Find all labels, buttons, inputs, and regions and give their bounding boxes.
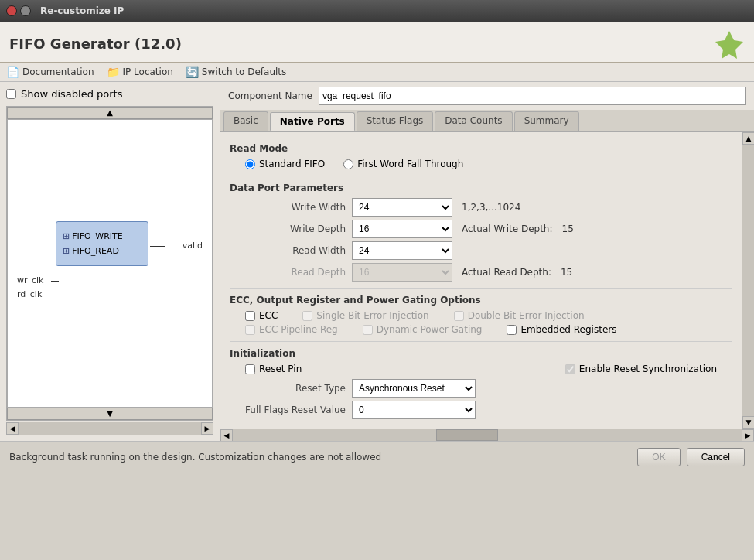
- reset-pin-label: Reset Pin: [259, 364, 302, 374]
- enable-reset-sync-label: Enable Reset Synchronization: [579, 364, 717, 374]
- hscroll-track: [233, 429, 742, 441]
- reset-pin-checkbox-item[interactable]: Reset Pin: [245, 364, 302, 374]
- actual-write-depth-value: 15: [562, 224, 574, 234]
- show-disabled-checkbox[interactable]: [6, 89, 16, 99]
- single-error-checkbox-item[interactable]: Single Bit Error Injection: [302, 310, 428, 321]
- hscroll-right-btn[interactable]: ▶: [742, 429, 754, 442]
- standard-fifo-label: Standard FIFO: [259, 159, 325, 169]
- wr-clk-label: wr_clk: [17, 275, 44, 285]
- reset-type-select[interactable]: Asynchronous Reset: [352, 379, 476, 398]
- fifo-write-item: ⊞ FIFO_WRITE: [63, 231, 142, 241]
- hscroll-bar: ◀ ▶: [220, 429, 754, 441]
- tab-data-counts[interactable]: Data Counts: [435, 111, 512, 131]
- reset-pin-checkbox[interactable]: [245, 364, 255, 374]
- full-flags-select[interactable]: 0: [352, 401, 476, 419]
- fifo-read-label: FIFO_READ: [72, 246, 119, 256]
- window-controls[interactable]: [6, 5, 31, 16]
- first-word-label: First Word Fall Through: [357, 159, 463, 169]
- double-error-checkbox-item[interactable]: Double Bit Error Injection: [454, 310, 585, 321]
- status-buttons: OK Cancel: [637, 448, 745, 466]
- toolbar-switch-label: Switch to Defaults: [202, 67, 286, 77]
- tab-status-flags[interactable]: Status Flags: [357, 111, 434, 131]
- toolbar-documentation[interactable]: 📄 Documentation: [6, 66, 94, 78]
- scroll-down-button[interactable]: ▼: [7, 408, 213, 420]
- full-flags-label: Full Flags Reset Value: [245, 405, 346, 415]
- enable-reset-sync-checkbox-item[interactable]: Enable Reset Synchronization: [565, 364, 717, 374]
- vscroll-down-btn[interactable]: ▼: [742, 416, 754, 429]
- write-depth-row: Write Depth 16 Actual Write Depth: 15: [245, 220, 732, 238]
- fifo-read-item: ⊞ FIFO_READ: [63, 246, 142, 256]
- tab-summary[interactable]: Summary: [514, 111, 579, 131]
- ok-button[interactable]: OK: [637, 448, 680, 466]
- read-width-select[interactable]: 24: [352, 241, 452, 260]
- standard-fifo-radio[interactable]: [245, 159, 255, 169]
- status-message: Background task running on the design. C…: [9, 452, 381, 463]
- ecc-row2: ECC Pipeline Reg Dynamic Power Gating Em…: [245, 324, 732, 335]
- toolbar: 📄 Documentation 📁 IP Location 🔄 Switch t…: [0, 63, 754, 82]
- left-hscroll-track: [19, 422, 201, 435]
- fifo-write-label: FIFO_WRITE: [72, 231, 123, 241]
- toolbar-doc-label: Documentation: [22, 67, 94, 77]
- ecc-checkbox[interactable]: [245, 311, 255, 321]
- cancel-button[interactable]: Cancel: [687, 448, 745, 466]
- refresh-icon: 🔄: [186, 66, 199, 78]
- tab-basic[interactable]: Basic: [223, 111, 268, 131]
- ecc-row1: ECC Single Bit Error Injection Double Bi…: [245, 310, 732, 321]
- show-disabled-label[interactable]: Show disabled ports: [21, 88, 122, 100]
- read-depth-row: Read Depth 16 Actual Read Depth: 15: [245, 263, 732, 282]
- title-bar: Re-customize IP: [0, 0, 754, 22]
- data-port-title: Data Port Parameters: [230, 183, 732, 193]
- first-word-option[interactable]: First Word Fall Through: [343, 159, 463, 169]
- scroll-up-button[interactable]: ▲: [7, 107, 213, 119]
- double-error-checkbox: [454, 311, 464, 321]
- left-scroll-right-btn[interactable]: ▶: [201, 422, 213, 435]
- actual-read-depth-value: 15: [561, 267, 572, 278]
- write-width-select[interactable]: 24: [352, 198, 452, 217]
- valid-wire: [150, 246, 165, 247]
- show-disabled-row: Show disabled ports: [6, 88, 213, 100]
- first-word-radio[interactable]: [343, 159, 353, 169]
- fifo-box: ⊞ FIFO_WRITE ⊞ FIFO_READ: [56, 221, 148, 266]
- left-scroll-left-btn[interactable]: ◀: [6, 422, 19, 435]
- toolbar-ip-location[interactable]: 📁 IP Location: [107, 66, 173, 78]
- toolbar-ip-label: IP Location: [123, 67, 173, 77]
- fifo-write-icon: ⊞: [63, 231, 70, 241]
- component-name-row: Component Name vga_request_fifo: [220, 82, 754, 110]
- close-button[interactable]: [6, 5, 17, 16]
- component-name-input[interactable]: vga_request_fifo: [319, 87, 746, 105]
- component-name-label: Component Name: [228, 90, 312, 101]
- ecc-label: ECC: [259, 310, 278, 321]
- dynamic-power-checkbox: [363, 325, 373, 335]
- vscroll-up-btn[interactable]: ▲: [742, 132, 754, 145]
- tabs-row: Basic Native Ports Status Flags Data Cou…: [220, 110, 754, 132]
- vscroll-track: [742, 145, 754, 416]
- double-error-label: Double Bit Error Injection: [468, 310, 585, 321]
- embedded-reg-checkbox[interactable]: [507, 325, 517, 335]
- hscroll-left-btn[interactable]: ◀: [220, 429, 233, 442]
- minimize-button[interactable]: [20, 5, 31, 16]
- rd-clk-wire: [51, 295, 59, 295]
- write-depth-select[interactable]: 16: [352, 220, 452, 238]
- standard-fifo-option[interactable]: Standard FIFO: [245, 159, 325, 169]
- init-title: Initialization: [230, 348, 732, 359]
- actual-read-depth-label: Actual Read Depth:: [462, 267, 551, 278]
- window-title: Re-customize IP: [40, 5, 124, 16]
- fifo-diagram-canvas: ⊞ FIFO_WRITE ⊞ FIFO_READ valid: [7, 119, 213, 408]
- embedded-reg-checkbox-item[interactable]: Embedded Registers: [507, 324, 616, 335]
- actual-write-depth-label: Actual Write Depth:: [462, 224, 553, 234]
- embedded-reg-label: Embedded Registers: [520, 324, 616, 335]
- ecc-checkbox-item[interactable]: ECC: [245, 310, 278, 321]
- init-reset-row: Reset Pin Enable Reset Synchronization: [245, 364, 732, 374]
- left-hscroll: ◀ ▶: [6, 422, 213, 435]
- tab-content: Read Mode Standard FIFO First Word Fall …: [220, 132, 742, 429]
- hscroll-thumb[interactable]: [436, 429, 498, 441]
- write-depth-label: Write Depth: [245, 224, 346, 234]
- toolbar-switch-defaults[interactable]: 🔄 Switch to Defaults: [186, 66, 286, 78]
- pipeline-reg-checkbox-item[interactable]: ECC Pipeline Reg: [245, 324, 338, 335]
- tab-native-ports[interactable]: Native Ports: [270, 112, 355, 131]
- valid-label: valid: [183, 241, 203, 251]
- dynamic-power-checkbox-item[interactable]: Dynamic Power Gating: [363, 324, 483, 335]
- vscroll: ▲ ▼: [742, 132, 754, 429]
- doc-icon: 📄: [6, 66, 19, 78]
- dynamic-power-label: Dynamic Power Gating: [377, 324, 483, 335]
